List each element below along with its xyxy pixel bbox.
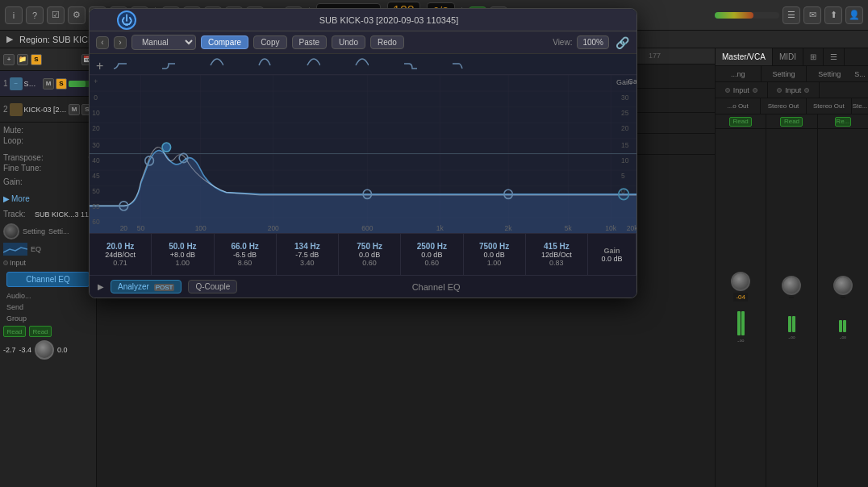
list-btn[interactable]: ☰ [782,6,800,24]
eq-preset-select[interactable]: Manual [131,35,196,50]
mute-btn-1[interactable]: M [43,78,54,89]
band-param-6: 7500 Hz 0.0 dB 1.00 [464,234,526,275]
eq-graph[interactable]: 20 50 100 200 600 1k 2k 5k 10k 20k + 0 1… [90,75,636,233]
db-val-r1: -∞ [737,337,744,344]
solo-btn-1[interactable]: S [56,78,67,89]
undo-btn[interactable]: Undo [332,35,365,49]
band-param-7: 415 Hz 12dB/Oct 0.83 [526,234,588,275]
band-param-3: 134 Hz -7.5 dB 3.40 [277,234,339,275]
input-row-3 [820,82,868,98]
settings-btn[interactable]: ⚙ [68,6,86,24]
knob-val-r3 [841,297,845,298]
band-bell1-icon[interactable] [209,57,223,72]
fader-col-3: -∞ [818,129,868,487]
knob-r2[interactable] [782,276,801,295]
question-btn[interactable]: ? [26,6,44,24]
waveform-icon-1: ~ [10,77,23,90]
spacer [3,147,93,153]
band-icons [112,57,465,72]
add-band-btn[interactable]: + [96,59,103,73]
read-btn[interactable]: Read [3,326,26,337]
eq-prev-btn[interactable]: ‹ [96,36,109,49]
band-bell4-icon[interactable] [354,57,369,72]
eq-footer-title: Channel EQ [244,282,628,292]
svg-text:15: 15 [621,140,629,148]
folder-btn[interactable]: 📁 [17,54,28,65]
mail-btn[interactable]: ✉ [803,6,821,24]
waveform-icon-2 [10,103,23,116]
q-couple-btn[interactable]: Q-Couple [188,280,237,293]
svg-text:600: 600 [361,223,373,231]
eq-toolbar: ‹ › Manual Compare Copy Paste Undo Redo … [90,31,636,54]
level-knob[interactable] [35,340,54,360]
link-btn[interactable]: 🔗 [614,35,630,51]
eq-next-btn[interactable]: › [114,36,127,49]
checkbox-btn[interactable]: ☑ [47,6,65,24]
user-btn[interactable]: 👤 [845,6,863,24]
track-header-2: 2 KICK-03 [2020-09-03 110345] M S [0,97,96,123]
play-arrow-footer[interactable]: ▶ [98,282,104,291]
track-row: Track: SUB KICK...3 110 [3,210,93,219]
inspector-panel: Mute: Loop: Transpose: 0 Fine Tune: Gain… [0,123,96,487]
more-btn[interactable]: ▶More [3,194,93,203]
tab-master-vca[interactable]: Master/VCA [716,48,773,65]
read-btn-r1[interactable]: Read [729,117,752,127]
tab-grid[interactable]: ⊞ [803,48,824,65]
channel-eq-btn[interactable]: Channel EQ [6,272,90,287]
track-num-2: 2 [3,105,8,114]
right-tabs-secondary: ...ng Setting Setting S... [716,66,868,82]
info-btn[interactable]: i [5,6,23,24]
band-bell3-icon[interactable] [306,57,320,72]
mini-controls: Setting Setti... EQ Input Channel EQ Aud… [3,223,93,360]
eq-titlebar: ⏻ SUB KICK-03 [2020-09-03 110345] [90,9,636,31]
svg-text:0: 0 [94,94,98,102]
eq-power-btn[interactable]: ⏻ [117,10,136,30]
compare-btn[interactable]: Compare [201,35,248,49]
track-num-1: 1 [3,79,8,88]
knob-r3[interactable] [833,276,853,295]
track-arrow[interactable]: ▶ [6,34,13,44]
stereo-out-1: ...o Out [716,98,761,114]
redo-btn[interactable]: Redo [370,35,404,49]
zoom-control[interactable]: 100% [577,35,609,49]
gain-label: Gain [616,78,632,86]
rts-2: Setting [762,66,807,81]
analyzer-btn[interactable]: Analyzer POST [111,280,182,293]
eq-content: + [90,54,636,298]
rts-3: Setting [807,66,852,81]
read-btn-r3[interactable]: Re... [835,117,851,127]
meter-r1 [737,303,745,335]
eq-title: SUB KICK-03 [2020-09-03 110345] [149,15,628,25]
read-btn2[interactable]: Read [29,326,52,337]
band-param-5: 2500 Hz 0.0 dB 0.60 [401,234,463,275]
dot3 [777,88,782,93]
copy-btn[interactable]: Copy [253,35,286,49]
track-name-1: SUB KICK-03 [2…-09-03 110345] [24,80,41,88]
band-hp-icon[interactable] [112,57,127,72]
svg-text:55: 55 [92,202,100,210]
mixer-tabs: Master/VCA MIDI ⊞ ☰ [716,48,868,66]
read-btn-r2[interactable]: Read [780,117,803,127]
band-lowshelf-icon[interactable] [161,57,175,72]
band-highshelf-icon[interactable] [403,57,417,72]
share-btn[interactable]: ⬆ [824,6,842,24]
view-label: View: [553,38,572,47]
band-param-gain: Gain 0.0 dB [588,234,636,275]
input-row-2: Input [768,82,820,98]
svg-text:0: 0 [621,187,625,195]
right-faders: -04 -∞ -∞ [716,129,868,487]
paste-btn[interactable]: Paste [292,35,328,49]
band-lp-icon[interactable] [451,57,465,72]
svg-text:40: 40 [92,156,100,164]
add-track-btn[interactable]: + [3,54,15,65]
pan-knob[interactable] [3,223,19,239]
svg-text:20: 20 [92,124,100,132]
mute-btn-2[interactable]: M [69,104,80,115]
tab-list[interactable]: ☰ [824,48,845,65]
post-badge: POST [154,284,175,291]
knob-r1[interactable] [731,272,750,291]
tab-midi[interactable]: MIDI [773,48,803,65]
band-bell2-icon[interactable] [257,57,272,72]
band-param-1: 50.0 Hz +8.0 dB 1.00 [152,234,214,275]
s-btn[interactable]: S [31,54,42,65]
